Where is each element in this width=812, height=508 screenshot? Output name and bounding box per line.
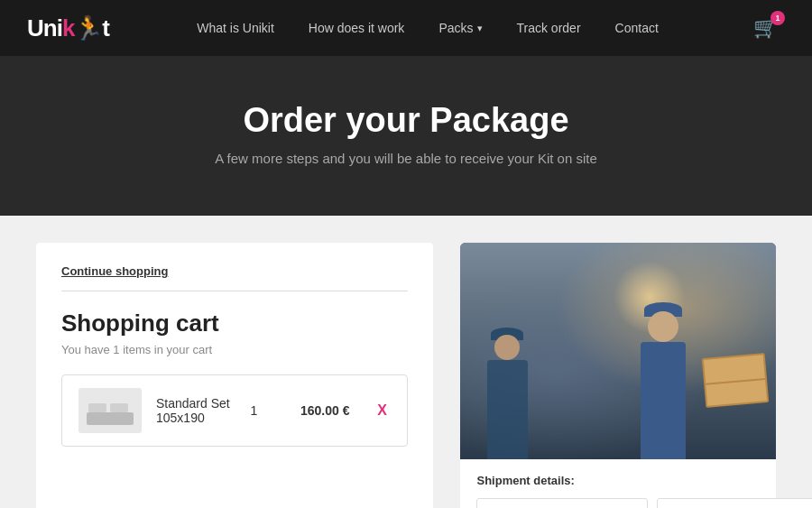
cart-item: Standard Set 105x190 1 160.00 € X xyxy=(61,374,408,447)
item-price: 160.00 € xyxy=(277,403,349,418)
chevron-down-icon: ▾ xyxy=(477,23,483,34)
worker1-figure xyxy=(623,297,704,459)
delivery-image xyxy=(460,243,776,459)
main-nav: What is Unikit How does it work Packs ▾ … xyxy=(184,14,671,42)
cart-title: Shopping cart xyxy=(61,309,408,337)
shipment-section: Shipment details: xyxy=(460,459,776,508)
hero-section: Order your Package A few more steps and … xyxy=(0,56,812,216)
shipment-title: Shipment details: xyxy=(476,474,760,487)
cart-badge: 1 xyxy=(770,11,785,25)
nav-packs[interactable]: Packs ▾ xyxy=(426,14,494,42)
item-quantity: 1 xyxy=(245,403,263,418)
logo[interactable]: Unik🏃t xyxy=(27,14,109,42)
nav-contact[interactable]: Contact xyxy=(603,14,671,42)
continue-shopping-link[interactable]: Continue shopping xyxy=(61,264,408,291)
hero-subtitle: A few more steps and you will be able to… xyxy=(18,151,794,166)
cart-subtitle: You have 1 items in your cart xyxy=(61,343,408,356)
logo-text-suffix: t xyxy=(102,14,109,42)
nav-track-order[interactable]: Track order xyxy=(504,14,594,42)
cart-panel: Continue shopping Shopping cart You have… xyxy=(36,243,433,508)
site-header: Unik🏃t What is Unikit How does it work P… xyxy=(0,0,812,56)
nav-what-is[interactable]: What is Unikit xyxy=(184,14,287,42)
item-name: Standard Set 105x190 xyxy=(156,396,230,425)
delivery-box xyxy=(702,353,770,408)
cart-button[interactable]: 🛒 1 xyxy=(746,13,785,43)
worker2-figure xyxy=(478,324,541,459)
shipment-lastname-input[interactable] xyxy=(657,498,812,508)
item-image xyxy=(78,388,142,433)
logo-icon-figure: 🏃 xyxy=(74,14,102,42)
item-remove-button[interactable]: X xyxy=(373,402,391,419)
hero-title: Order your Package xyxy=(18,101,794,140)
right-panel: Shipment details: xyxy=(460,243,776,508)
main-content: Continue shopping Shopping cart You have… xyxy=(0,216,812,508)
logo-text-uni: Uni xyxy=(27,14,62,42)
shipment-firstname-input[interactable] xyxy=(476,498,648,508)
nav-how-works[interactable]: How does it work xyxy=(296,14,418,42)
bed-icon xyxy=(83,393,137,429)
bed-pillow2 xyxy=(110,403,128,412)
shipment-fields xyxy=(476,498,760,508)
bed-base xyxy=(87,412,134,425)
logo-text-accent: k xyxy=(62,14,74,42)
bed-pillow1 xyxy=(88,403,106,412)
